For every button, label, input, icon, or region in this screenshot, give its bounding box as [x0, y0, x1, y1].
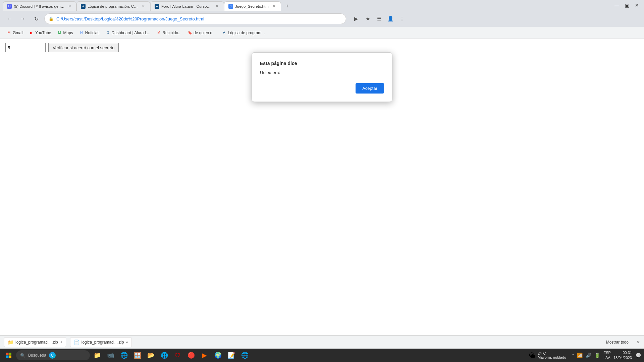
taskbar-clock[interactable]: 00:31 18/04/2023	[613, 350, 632, 361]
verify-button[interactable]: Verificar si acertó con el secreto	[48, 43, 119, 52]
taskbar-systray: ⌃ 📶 🔊 🔋	[572, 352, 601, 359]
taskbar-code-icon[interactable]: 📝	[225, 349, 237, 361]
bookmark-noticias[interactable]: N Noticias	[76, 29, 102, 37]
taskbar-explorer-icon[interactable]: 🌐	[118, 349, 130, 361]
back-button[interactable]: ←	[4, 13, 15, 24]
download-filename-1: logica_programaci....zip	[15, 340, 58, 345]
gmail-favicon-icon: M	[7, 31, 11, 35]
tab-alura2[interactable]: A Foro | Alura Latam - Cursos onli... ✕	[150, 1, 224, 11]
close-button[interactable]: ✕	[633, 1, 641, 10]
new-tab-button[interactable]: +	[282, 1, 292, 11]
minimize-button[interactable]: —	[612, 1, 621, 10]
weather-icon: 🌥	[529, 352, 536, 359]
modal-dialog: Esta página dice Usted erró Aceptar	[252, 52, 392, 102]
taskbar: 🔍 Búsqueda C 📁 📹 🌐 🪟 📂 🌐 🛡 🔴 ▶ 🌍 📝 🌐 🌥 2…	[0, 349, 644, 362]
folder-icon: 📁	[8, 340, 13, 345]
more-button[interactable]: ⋮	[397, 14, 407, 23]
bookmark-dequien-label: de quien q...	[194, 31, 216, 35]
weather-temp: 24°C	[538, 351, 566, 355]
alura2-favicon: A	[155, 4, 159, 9]
tab-juego[interactable]: J Juego_Secreto.html ✕	[224, 1, 281, 11]
tab-alura2-close[interactable]: ✕	[214, 4, 220, 9]
dashboard-favicon-icon: D	[106, 31, 110, 35]
juego-favicon: J	[228, 4, 233, 9]
bookmark-button[interactable]: ★	[363, 14, 372, 23]
taskbar-search[interactable]: 🔍 Búsqueda C	[16, 350, 90, 360]
taskbar-edge-icon[interactable]: 🌐	[158, 349, 170, 361]
network-icon[interactable]: 📶	[577, 352, 583, 359]
svg-rect-0	[6, 353, 9, 355]
forward-button[interactable]: →	[17, 13, 28, 24]
bookmark-recibidos[interactable]: M Recibido...	[154, 29, 184, 37]
tab-juego-close[interactable]: ✕	[271, 4, 277, 9]
weather-condition: Mayorm. nublado	[538, 355, 566, 359]
bookmark-youtube[interactable]: ▶ YouTube	[26, 29, 54, 37]
notification-icon[interactable]: 💬	[635, 352, 641, 359]
modal-message: Usted erró	[260, 70, 384, 75]
language-indicator[interactable]: ESP LAA	[603, 350, 611, 361]
taskbar-meet-icon[interactable]: 📹	[105, 349, 117, 361]
tab-alura1[interactable]: A Lógica de programación: Conce... ✕	[76, 1, 150, 11]
noticias-favicon-icon: N	[79, 31, 84, 35]
weather-text: 24°C Mayorm. nublado	[538, 351, 566, 359]
taskbar-browser-icon[interactable]: 🌐	[239, 349, 251, 361]
youtube-favicon-icon: ▶	[29, 31, 34, 35]
discord-favicon: D	[7, 4, 12, 9]
taskbar-chrome-icon[interactable]: 🌍	[212, 349, 224, 361]
show-all-button[interactable]: Mostrar todo	[603, 339, 631, 346]
tab-discord-close[interactable]: ✕	[67, 4, 72, 9]
bookmarks-bar: M Gmail ▶ YouTube M Maps N Noticias D Da…	[0, 27, 644, 39]
weather-widget[interactable]: 🌥 24°C Mayorm. nublado	[526, 351, 569, 359]
taskbar-media-icon[interactable]: ▶	[199, 349, 211, 361]
download-filename-2: logica_programaci....zip	[82, 340, 124, 345]
logica-favicon-icon: A	[222, 31, 226, 35]
address-bar-row: ← → ↻ 🔒 C:/Users/casti/Desktop/Logica%20…	[0, 11, 644, 27]
svg-rect-1	[9, 353, 12, 355]
tab-discord[interactable]: D (5) Discord | # ‼ avisos-genera... ✕	[3, 1, 76, 11]
alura1-favicon: A	[81, 4, 86, 9]
svg-rect-2	[6, 356, 9, 358]
secret-input[interactable]	[5, 43, 46, 52]
maximize-button[interactable]: ▣	[623, 1, 631, 10]
profile-button[interactable]: 👤	[386, 14, 395, 23]
taskbar-windows-icon[interactable]: 🪟	[131, 349, 144, 361]
start-button[interactable]	[3, 349, 15, 361]
window-controls: — ▣ ✕	[612, 1, 641, 10]
bookmark-gmail[interactable]: M Gmail	[4, 29, 26, 37]
bookmark-maps-label: Maps	[63, 31, 73, 35]
download-item-2: 📄 logica_programaci....zip ∧	[70, 337, 132, 347]
url-text: C:/Users/casti/Desktop/Logica%20de%20Pro…	[56, 16, 342, 21]
downloads-bar: 📁 logica_programaci....zip ∧ 📄 logica_pr…	[0, 335, 644, 349]
download-item-1: 📁 logica_programaci....zip ∧	[4, 337, 66, 347]
region-code: LAA	[603, 355, 611, 360]
taskbar-files-icon[interactable]: 📁	[91, 349, 103, 361]
taskbar-files2-icon[interactable]: 📂	[145, 349, 157, 361]
tab-alura1-close[interactable]: ✕	[141, 4, 146, 9]
svg-rect-3	[9, 356, 12, 358]
tabs-row: D (5) Discord | # ‼ avisos-genera... ✕ A…	[3, 0, 610, 11]
bookmark-logica-label: Lógica de program...	[228, 31, 265, 35]
systray-expand[interactable]: ⌃	[572, 353, 575, 358]
taskbar-malware-icon[interactable]: 🛡	[172, 349, 184, 361]
volume-icon[interactable]: 🔊	[585, 352, 592, 359]
taskbar-red-icon[interactable]: 🔴	[185, 349, 197, 361]
bookmark-dashboard[interactable]: D Dashboard | Alura L...	[103, 29, 153, 37]
bookmark-dashboard-label: Dashboard | Alura L...	[112, 31, 151, 35]
downloads-close-button[interactable]: ✕	[637, 340, 640, 345]
bookmark-maps[interactable]: M Maps	[55, 29, 76, 37]
address-bar[interactable]: 🔒 C:/Users/casti/Desktop/Logica%20de%20P…	[44, 13, 346, 24]
address-bar-right: ▶ ★ ☰ 👤 ⋮	[352, 14, 407, 23]
reload-button[interactable]: ↻	[31, 13, 42, 24]
download-chevron-2[interactable]: ∧	[126, 340, 128, 344]
title-bar: D (5) Discord | # ‼ avisos-genera... ✕ A…	[0, 0, 644, 11]
modal-overlay: Esta página dice Usted erró Aceptar	[0, 39, 644, 349]
bookmark-logica[interactable]: A Lógica de program...	[219, 29, 267, 37]
tab-alura1-title: Lógica de programación: Conce...	[88, 4, 139, 8]
dequien-favicon-icon: 🔖	[187, 31, 192, 35]
bookmark-dequien[interactable]: 🔖 de quien q...	[185, 29, 218, 37]
modal-accept-button[interactable]: Aceptar	[356, 83, 384, 94]
cast-button[interactable]: ▶	[352, 14, 361, 23]
extensions-button[interactable]: ☰	[374, 14, 384, 23]
download-chevron-1[interactable]: ∧	[60, 340, 62, 344]
battery-icon[interactable]: 🔋	[594, 352, 601, 359]
